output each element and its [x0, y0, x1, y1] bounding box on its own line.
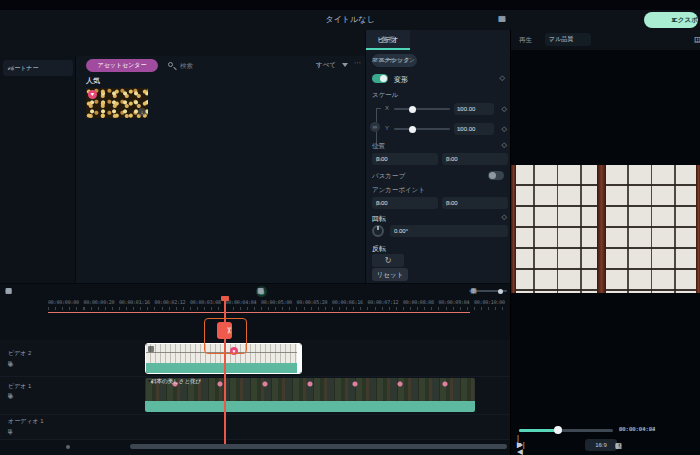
rotate-dial[interactable]	[372, 225, 384, 237]
more-tools-icon[interactable]: »	[4, 285, 13, 297]
scale-y-axis-label: Y	[385, 125, 389, 131]
video-preview-frame	[511, 165, 700, 293]
path-curve-label: パスカーブ	[372, 172, 405, 181]
export-button[interactable]: エクスポート ∨	[644, 12, 698, 28]
track-name: ビデオ 1	[8, 382, 31, 391]
search-input[interactable]	[178, 58, 248, 72]
timeline-horizontal-scrollbar[interactable]	[130, 444, 507, 449]
track-name: オーディオ 1	[8, 417, 44, 426]
rotate-keyframe-icon[interactable]: ◇	[502, 213, 507, 221]
clip-trim-handle[interactable]	[297, 344, 301, 373]
timeline-scroll-dot	[66, 445, 70, 449]
rotate-cw-button[interactable]: ↻	[372, 254, 404, 267]
stop-button[interactable]: ■	[517, 438, 522, 452]
preview-panel: 再生 フル品質 ∨ ◫⊡ 00:00:04:04 / 00:00:09:22 |…	[510, 30, 700, 455]
properties-tabbar: ビデオ色速度	[366, 30, 511, 50]
playhead-handle[interactable]	[221, 296, 229, 301]
rotate-label: 回転	[372, 214, 386, 224]
shoji-post	[511, 165, 516, 293]
clip-status-icon	[148, 346, 154, 352]
quality-dropdown[interactable]: フル品質 ∨	[545, 33, 591, 46]
ruler-tick: 00:00:10:00	[474, 299, 505, 305]
scale-y-keyframe-icon[interactable]: ◇	[502, 125, 507, 133]
ruler-tick: 00:00:04:04	[226, 299, 257, 305]
transform-toggle[interactable]	[372, 74, 388, 83]
render-indicator-line	[48, 312, 470, 314]
properties-subtabbar: ベーシックマスクAIツールアニメーション	[366, 52, 511, 68]
subtab-animation[interactable]: アニメーション	[372, 56, 415, 65]
eye-icon[interactable]: ◉	[8, 392, 13, 399]
scale-y-slider-knob[interactable]	[409, 126, 416, 133]
sidebar-item-partner[interactable]: ▸パートナー◉	[3, 60, 73, 76]
transform-label: 変形	[394, 75, 408, 85]
zoom-slider-knob[interactable]	[498, 289, 503, 294]
mini-player-icon[interactable]: ⊡	[694, 35, 700, 45]
path-curve-toggle[interactable]	[488, 171, 504, 180]
position-keyframe-icon[interactable]: ◇	[502, 141, 507, 149]
mute-icon[interactable]: ◈	[8, 428, 13, 435]
position-x-field[interactable]: X 0.00 px	[372, 153, 438, 165]
preview-topbar	[511, 30, 700, 50]
shoji-post	[696, 165, 700, 293]
rotate-value-field[interactable]: 0.00°	[390, 225, 508, 237]
scale-y-value[interactable]: 100.00 %	[454, 123, 494, 135]
stock-grid: +ブラック↓ホワイト↓グリーン↓戻るBGメディア06↓バックBGメディア01↓レ…	[86, 88, 358, 283]
scale-x-value[interactable]: 100.00 %	[454, 103, 494, 115]
anchor-y-field[interactable]: Y 0.00 px	[442, 197, 508, 209]
scale-x-slider-knob[interactable]	[409, 106, 416, 113]
timeline-clip-video1[interactable]: ▸ 日本の美しさと侘び	[145, 378, 475, 412]
filter-icon[interactable]	[342, 63, 348, 67]
scale-link-toggle[interactable]: ∞	[370, 122, 380, 132]
tab-speed[interactable]: 速度	[366, 30, 410, 50]
ruler-tick: 00:00:05:00	[261, 299, 292, 305]
ruler-tick: 00:00:01:16	[119, 299, 150, 305]
ruler-tick: 00:00:05:20	[297, 299, 328, 305]
tab-template[interactable]: ▤テンプレート	[4, 30, 41, 32]
layout-icon[interactable]: ▤	[497, 13, 507, 24]
ruler-tick: 00:00:00:20	[84, 299, 115, 305]
favorite-badge: ♥	[88, 90, 97, 99]
playback-label: 再生	[519, 36, 532, 45]
stock-panel: アセットセンター すべて ⋯ 人気 +ブラック↓ホワイト↓グリーン↓戻るBGメデ…	[76, 56, 365, 283]
filter-all-dropdown[interactable]: すべて	[316, 61, 336, 70]
ruler-tick: 00:00:03:08	[190, 299, 221, 305]
app-window: タイトルなし ▣◅◷▭▦☁◑▤ エクスポート ∨ ▦メディア▥ストック♫オーディ…	[0, 0, 700, 455]
shoji-post	[597, 165, 606, 293]
anchor-x-field[interactable]: X 0.00 px	[372, 197, 438, 209]
search-icon	[168, 62, 173, 67]
info-icon: ◉	[10, 65, 14, 71]
caret-icon[interactable]: ▾	[469, 285, 478, 297]
timeline-toolbar-right: ◆⊖⊕▤▾	[469, 285, 507, 297]
ruler-tick: 00:00:08:08	[403, 299, 434, 305]
project-title: タイトルなし	[0, 14, 700, 25]
ruler-tick: 00:00:07:12	[368, 299, 399, 305]
download-icon[interactable]: ↓	[138, 108, 146, 116]
ruler-tick: 00:00:06:16	[332, 299, 363, 305]
position-label: 位置	[372, 142, 385, 151]
total-time: 00:00:09:22	[619, 426, 655, 432]
position-y-field[interactable]: Y 0.00 px	[442, 153, 508, 165]
scale-x-axis-label: X	[385, 105, 389, 111]
properties-panel: ビデオ色速度 ベーシックマスクAIツールアニメーション 変形 ◇ スケール ∞ …	[365, 30, 510, 283]
scale-y-slider[interactable]	[394, 128, 450, 130]
preview-scrubber-progress	[519, 429, 557, 432]
more-options-icon[interactable]: ⋯	[354, 59, 361, 67]
eye-icon[interactable]: ◉	[8, 360, 13, 367]
asset-center-button[interactable]: アセットセンター	[86, 59, 158, 72]
ruler-tick: 00:00:00:00	[48, 299, 79, 305]
os-titlebar	[0, 0, 700, 10]
timeline-panel: ▦◎↶↷▥✂▣ϟT▢◔◇◒◈▱» ◉✳▤◅●◇♪▣◫ ◆⊖⊕▤▾ 00:00:0…	[0, 283, 510, 455]
preview-scrubber-knob[interactable]	[554, 426, 562, 434]
transform-keyframe-icon[interactable]: ◇	[500, 74, 505, 82]
ruler-tickmarks	[48, 307, 507, 310]
scale-x-keyframe-icon[interactable]: ◇	[502, 105, 507, 113]
clip-title: ▸ 日本の美しさと侘び	[148, 380, 154, 382]
split-cursor-icon[interactable]: ✂	[217, 322, 232, 339]
scale-label: スケール	[372, 91, 398, 100]
reset-button[interactable]: リセット	[372, 268, 408, 281]
screen-record-icon[interactable]: ◫	[256, 285, 265, 297]
stock-thumb-confetti[interactable]: ♥↓	[86, 88, 148, 118]
media-tabbar: ▦メディア▥ストック♫オーディオTタイトル◫トランジション✳エフェクト◍フィルタ…	[0, 30, 365, 56]
scale-x-slider[interactable]	[394, 108, 450, 110]
clip-audio-strip	[145, 401, 475, 412]
